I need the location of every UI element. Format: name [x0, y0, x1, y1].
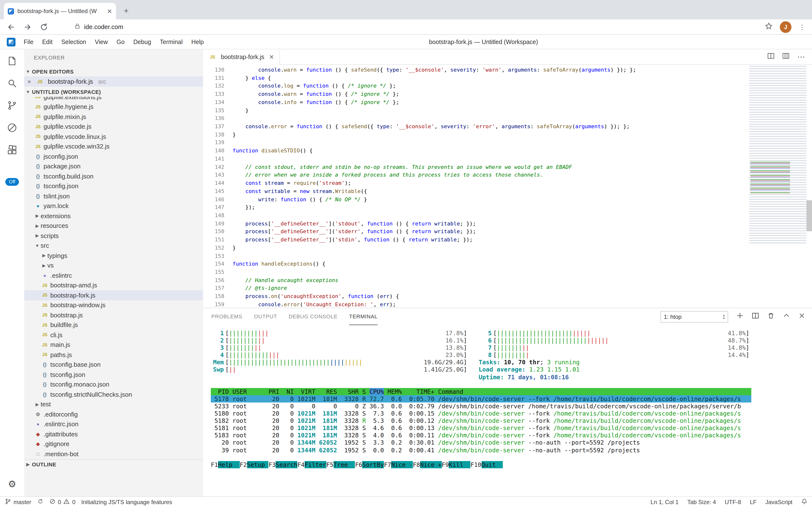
tree-item-resources[interactable]: ▶resources: [24, 221, 203, 231]
fkey-f2[interactable]: F2: [240, 461, 247, 468]
panel-tab-terminal[interactable]: TERMINAL: [349, 308, 378, 325]
more-actions-icon[interactable]: ⋯: [797, 52, 806, 61]
tree-item-.eslintrc[interactable]: ●.eslintrc: [24, 270, 203, 280]
forward-icon[interactable]: [23, 22, 32, 31]
panel-tab-output[interactable]: OUTPUT: [254, 308, 277, 325]
status-tab-size-4[interactable]: Tab Size: 4: [687, 499, 716, 505]
status-utf-8[interactable]: UTF-8: [725, 499, 741, 505]
close-icon[interactable]: ×: [27, 78, 34, 85]
tree-item-buildfile.js[interactable]: JSbuildfile.js: [24, 320, 203, 330]
split-editor-icon[interactable]: [767, 52, 774, 61]
settings-gear-icon[interactable]: ⚙: [6, 479, 18, 491]
tree-item-tslint.json[interactable]: {}tslint.json: [24, 191, 203, 201]
problems-indicator[interactable]: 0 0: [49, 498, 75, 506]
maximize-panel-icon[interactable]: [783, 312, 790, 321]
menu-view[interactable]: View: [90, 35, 112, 49]
tree-item-cli.js[interactable]: JScli.js: [24, 330, 203, 340]
fkey-f10[interactable]: F10: [471, 461, 481, 468]
extensions-icon[interactable]: [6, 144, 18, 156]
tree-item-.editorconfig[interactable]: ⚙.editorconfig: [24, 409, 203, 419]
code-editor[interactable]: 130 console.warn = function () { safeSen…: [203, 65, 812, 308]
new-tab-button[interactable]: +: [120, 5, 132, 17]
tree-item-typings[interactable]: ▶typings: [24, 250, 203, 261]
tree-item-bootstrap.js[interactable]: JSbootstrap.js: [24, 310, 203, 320]
menu-help[interactable]: Help: [187, 35, 208, 49]
back-icon[interactable]: [7, 22, 15, 31]
tab-close-icon[interactable]: ✕: [107, 8, 112, 14]
tab-close-icon[interactable]: ✕: [269, 54, 274, 60]
tree-item-scripts[interactable]: ▶scripts: [24, 231, 203, 241]
notifications-bell-icon[interactable]: [801, 498, 807, 506]
tree-item-gulpfile.vscode.js[interactable]: JSgulpfile.vscode.js: [24, 122, 203, 131]
branch-indicator[interactable]: master: [5, 498, 31, 506]
status-lf[interactable]: LF: [750, 499, 757, 505]
search-icon[interactable]: [6, 77, 18, 89]
fkey-f1[interactable]: F1: [211, 461, 218, 468]
editor-tab[interactable]: JS bootstrap-fork.js ✕: [203, 49, 280, 65]
toggle-layout-icon[interactable]: [782, 52, 790, 61]
sync-indicator[interactable]: [37, 498, 43, 506]
tree-item-tsconfig.strictNullChecks.json[interactable]: {}tsconfig.strictNullChecks.json: [24, 389, 203, 399]
tree-item-tsconfig.build.json[interactable]: {}tsconfig.build.json: [24, 171, 203, 181]
split-terminal-icon[interactable]: [752, 312, 759, 321]
explorer-icon[interactable]: [6, 55, 18, 67]
menu-debug[interactable]: Debug: [129, 35, 155, 49]
tree-item-tsconfig.json[interactable]: {}tsconfig.json: [24, 181, 203, 191]
tree-item-src[interactable]: ▼src: [24, 241, 203, 250]
tree-item-paths.js[interactable]: JSpaths.js: [24, 350, 203, 360]
fkey-f6[interactable]: F6: [355, 461, 362, 468]
menu-terminal[interactable]: Terminal: [155, 35, 187, 49]
tree-item-vs[interactable]: ▶vs: [24, 261, 203, 270]
tree-item-.gitignore[interactable]: ◆.gitignore: [24, 439, 203, 449]
fkey-f3[interactable]: F3: [268, 461, 276, 468]
tree-item-tsconfig.base.json[interactable]: {}tsconfig.base.json: [24, 360, 203, 370]
tree-item-main.js[interactable]: JSmain.js: [24, 340, 203, 350]
debug-icon[interactable]: [6, 122, 18, 133]
tree-item-gulpfile.mixin.js[interactable]: JSgulpfile.mixin.js: [24, 112, 203, 122]
tree-item-test[interactable]: ▶test: [24, 399, 203, 409]
tree-item-.mention-bot[interactable]: □.mention-bot: [24, 449, 203, 459]
open-editors-header[interactable]: ▼ OPEN EDITORS: [24, 66, 203, 76]
terminal-selector[interactable]: 1: htop ▴▾: [661, 311, 728, 323]
fkey-f9[interactable]: F9: [442, 461, 449, 468]
tree-item-jsconfig.json[interactable]: {}jsconfig.json: [24, 152, 203, 161]
browser-menu-icon[interactable]: ⋮: [799, 23, 806, 31]
tree-item-gulpfile.extensions.js[interactable]: JSgulpfile.extensions.js: [24, 97, 203, 102]
menu-edit[interactable]: Edit: [38, 35, 57, 49]
status-badge[interactable]: Off: [6, 178, 19, 186]
tree-item-tsconfig.monaco.json[interactable]: {}tsconfig.monaco.json: [24, 380, 203, 389]
tree-item-tsconfig.json[interactable]: {}tsconfig.json: [24, 370, 203, 380]
workspace-header[interactable]: ▼ UNTITLED (WORKSPACE): [24, 87, 203, 97]
open-editor-item[interactable]: × JS bootstrap-fork.js src: [24, 76, 203, 87]
profile-avatar[interactable]: J: [780, 21, 792, 33]
tree-item-gulpfile.vscode.win32.js[interactable]: JSgulpfile.vscode.win32.js: [24, 142, 203, 152]
editor-scrollbar[interactable]: [806, 200, 812, 231]
panel-tab-problems[interactable]: PROBLEMS: [211, 308, 243, 325]
browser-tab[interactable]: bootstrap-fork.js — Untitled (W ✕: [4, 3, 116, 19]
status-javascript[interactable]: JavaScript: [765, 499, 793, 505]
address-bar[interactable]: ide.coder.com: [74, 23, 765, 31]
new-terminal-icon[interactable]: [736, 312, 744, 321]
tree-item-bootstrap-amd.js[interactable]: JSbootstrap-amd.js: [24, 280, 203, 290]
fkey-f8[interactable]: F8: [413, 461, 420, 468]
terminal[interactable]: 1[|||||||||||17.8%]2[||||||||||16.1%]3[|…: [203, 325, 812, 496]
fkey-f7[interactable]: F7: [384, 461, 391, 468]
reload-icon[interactable]: [40, 22, 48, 31]
outline-header[interactable]: ▶ OUTLINE: [24, 459, 203, 469]
fkey-f4[interactable]: F4: [297, 461, 305, 468]
tree-item-.gitattributes[interactable]: ◆.gitattributes: [24, 429, 203, 439]
tree-item-gulpfile.vscode.linux.js[interactable]: JSgulpfile.vscode.linux.js: [24, 131, 203, 142]
source-control-icon[interactable]: [6, 100, 18, 111]
status-ln-1-col-1[interactable]: Ln 1, Col 1: [650, 499, 679, 505]
tree-item-package.json[interactable]: {}package.json: [24, 161, 203, 171]
bookmark-star-icon[interactable]: [765, 22, 772, 32]
fkey-f5[interactable]: F5: [326, 461, 333, 468]
tree-item-bootstrap-fork.js[interactable]: JSbootstrap-fork.js: [24, 290, 203, 300]
panel-tab-debug-console[interactable]: DEBUG CONSOLE: [289, 308, 337, 325]
tree-item-extensions[interactable]: ▶extensions: [24, 211, 203, 221]
tree-item-bootstrap-window.js[interactable]: JSbootstrap-window.js: [24, 300, 203, 310]
tree-item-gulpfile.hygiene.js[interactable]: JSgulpfile.hygiene.js: [24, 102, 203, 112]
menu-go[interactable]: Go: [112, 35, 129, 49]
kill-terminal-icon[interactable]: [767, 312, 774, 321]
tree-item-yarn.lock[interactable]: ●yarn.lock: [24, 201, 203, 211]
